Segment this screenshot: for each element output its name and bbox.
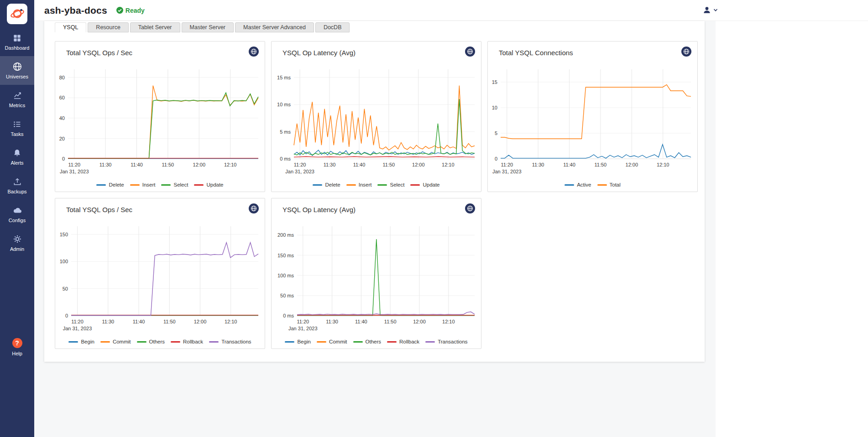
legend-swatch bbox=[161, 184, 171, 186]
chart-panel-total-ysql-connections: Total YSQL Connections 05101511:2011:301… bbox=[487, 41, 698, 192]
legend-label: Others bbox=[149, 339, 165, 344]
metrics-tabs: YSQL Resource Tablet Server Master Serve… bbox=[44, 21, 705, 32]
svg-text:12:10: 12:10 bbox=[224, 162, 237, 167]
svg-text:0: 0 bbox=[65, 313, 68, 318]
legend-label: Total bbox=[610, 182, 621, 187]
tab-resource[interactable]: Resource bbox=[88, 22, 129, 32]
legend-item-rollback[interactable]: Rollback bbox=[171, 339, 203, 344]
legend-item-delete[interactable]: Delete bbox=[313, 182, 340, 187]
sidebar-item-help[interactable]: ? Help bbox=[0, 338, 34, 356]
legend-label: Commit bbox=[329, 339, 347, 344]
chart-title: YSQL Op Latency (Avg) bbox=[282, 49, 356, 57]
svg-text:50: 50 bbox=[63, 286, 68, 291]
legend-swatch bbox=[171, 341, 180, 343]
globe-icon[interactable] bbox=[681, 47, 691, 58]
sidebar-item-dashboard[interactable]: Dashboard bbox=[0, 27, 34, 56]
legend-item-transactions[interactable]: Transactions bbox=[209, 339, 251, 344]
legend-swatch bbox=[96, 184, 106, 186]
sidebar-item-metrics[interactable]: Metrics bbox=[0, 85, 34, 114]
legend-item-update[interactable]: Update bbox=[194, 182, 223, 187]
chart-title: Total YSQL Ops / Sec bbox=[66, 49, 132, 57]
svg-text:11:20: 11:20 bbox=[297, 319, 309, 324]
sidebar-item-universes[interactable]: Universes bbox=[0, 56, 34, 85]
metrics-chart-icon bbox=[13, 90, 22, 100]
legend-item-commit[interactable]: Commit bbox=[100, 339, 131, 344]
legend-swatch bbox=[313, 184, 322, 186]
tab-docdb[interactable]: DocDB bbox=[315, 22, 350, 32]
svg-text:11:20: 11:20 bbox=[68, 162, 80, 167]
help-icon: ? bbox=[12, 338, 22, 348]
tab-master-server-advanced[interactable]: Master Server Advanced bbox=[235, 22, 314, 32]
svg-text:50 ms: 50 ms bbox=[280, 293, 294, 298]
globe-icon[interactable] bbox=[465, 47, 475, 58]
legend-item-begin[interactable]: Begin bbox=[285, 339, 310, 344]
svg-text:11:50: 11:50 bbox=[384, 319, 397, 324]
svg-text:11:30: 11:30 bbox=[99, 162, 112, 167]
legend-item-rollback[interactable]: Rollback bbox=[387, 339, 419, 344]
tab-tablet-server[interactable]: Tablet Server bbox=[130, 22, 180, 32]
legend-label: Rollback bbox=[399, 339, 419, 344]
sidebar-item-backups[interactable]: Backups bbox=[0, 171, 34, 200]
svg-text:15 ms: 15 ms bbox=[277, 75, 291, 80]
legend-item-select[interactable]: Select bbox=[377, 182, 404, 187]
svg-text:100 ms: 100 ms bbox=[277, 273, 294, 278]
legend-item-others[interactable]: Others bbox=[137, 339, 165, 344]
sidebar-item-label: Universes bbox=[6, 74, 28, 79]
legend-swatch bbox=[353, 341, 363, 343]
sidebar-item-configs[interactable]: Configs bbox=[0, 200, 34, 229]
sidebar-item-label: Backups bbox=[7, 189, 26, 194]
status-text: Ready bbox=[125, 7, 145, 14]
svg-text:12:00: 12:00 bbox=[412, 162, 425, 167]
legend-item-select[interactable]: Select bbox=[161, 182, 188, 187]
legend-item-total[interactable]: Total bbox=[597, 182, 621, 187]
tab-ysql[interactable]: YSQL bbox=[55, 22, 86, 32]
sidebar-item-label: Tasks bbox=[10, 131, 23, 137]
line-chart-canvas: 0 ms50 ms100 ms150 ms200 ms11:2011:3011:… bbox=[272, 217, 481, 338]
svg-text:5: 5 bbox=[495, 130, 497, 136]
legend-label: Others bbox=[366, 339, 382, 344]
legend-label: Commit bbox=[113, 339, 131, 344]
legend-item-delete[interactable]: Delete bbox=[96, 182, 124, 187]
svg-text:5 ms: 5 ms bbox=[280, 129, 291, 135]
sidebar-item-alerts[interactable]: Alerts bbox=[0, 142, 34, 171]
sidebar-item-label: Help bbox=[12, 351, 22, 356]
svg-text:0 ms: 0 ms bbox=[280, 156, 291, 161]
globe-icon[interactable] bbox=[249, 203, 259, 215]
user-menu[interactable] bbox=[702, 5, 718, 15]
svg-text:Jan 31, 2023: Jan 31, 2023 bbox=[492, 169, 522, 174]
sidebar-item-tasks[interactable]: Tasks bbox=[0, 114, 34, 142]
svg-text:15: 15 bbox=[492, 79, 497, 85]
check-circle-icon bbox=[116, 7, 123, 14]
legend-label: Transactions bbox=[221, 339, 251, 344]
legend-swatch bbox=[285, 341, 294, 343]
svg-text:11:40: 11:40 bbox=[133, 319, 145, 324]
chart-title: Total YSQL Ops / Sec bbox=[66, 206, 132, 213]
svg-text:11:50: 11:50 bbox=[595, 162, 607, 167]
svg-text:Jan 31, 2023: Jan 31, 2023 bbox=[285, 169, 314, 174]
legend-item-begin[interactable]: Begin bbox=[68, 339, 94, 344]
backups-upload-icon bbox=[13, 177, 22, 187]
svg-text:11:40: 11:40 bbox=[131, 162, 143, 167]
legend-item-others[interactable]: Others bbox=[353, 339, 382, 344]
svg-text:12:00: 12:00 bbox=[626, 162, 638, 167]
legend-label: Insert bbox=[142, 182, 156, 187]
legend-label: Select bbox=[173, 182, 188, 187]
svg-text:11:40: 11:40 bbox=[563, 162, 575, 167]
legend-item-transactions[interactable]: Transactions bbox=[425, 339, 467, 344]
globe-icon[interactable] bbox=[249, 47, 259, 58]
legend-label: Begin bbox=[81, 339, 94, 344]
legend-swatch bbox=[387, 341, 397, 343]
sidebar-item-admin[interactable]: Admin bbox=[0, 229, 34, 257]
globe-icon[interactable] bbox=[465, 203, 475, 215]
app-logo[interactable] bbox=[7, 4, 27, 24]
chart-legend: BeginCommitOthersRollbackTransactions bbox=[55, 339, 265, 344]
tab-master-server[interactable]: Master Server bbox=[182, 22, 234, 32]
legend-item-commit[interactable]: Commit bbox=[317, 339, 347, 344]
line-chart-canvas: 05010015011:2011:3011:4011:5012:0012:10J… bbox=[55, 217, 265, 338]
svg-text:150 ms: 150 ms bbox=[277, 253, 294, 258]
legend-item-insert[interactable]: Insert bbox=[346, 182, 372, 187]
legend-item-insert[interactable]: Insert bbox=[130, 182, 156, 187]
legend-item-active[interactable]: Active bbox=[565, 182, 591, 187]
legend-label: Delete bbox=[109, 182, 124, 187]
legend-item-update[interactable]: Update bbox=[410, 182, 439, 187]
